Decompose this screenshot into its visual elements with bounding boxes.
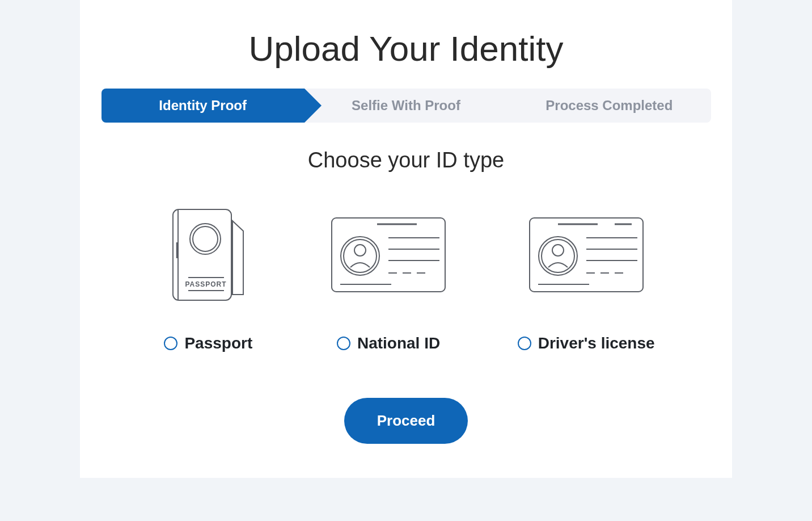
step-label: Process Completed <box>545 98 673 114</box>
option-label: Driver's license <box>538 334 655 352</box>
option-control[interactable]: Driver's license <box>518 334 655 352</box>
svg-text:PASSPORT: PASSPORT <box>185 280 227 288</box>
drivers-license-icon <box>527 201 646 309</box>
passport-icon: PASSPORT <box>157 201 259 309</box>
svg-rect-21 <box>530 218 643 292</box>
radio-icon[interactable] <box>337 337 350 350</box>
svg-rect-9 <box>332 218 445 292</box>
upload-identity-card: Upload Your Identity Identity Proof Self… <box>80 0 732 478</box>
step-selfie-with-proof[interactable]: Selfie With Proof <box>304 89 508 123</box>
step-identity-proof[interactable]: Identity Proof <box>102 89 304 123</box>
option-drivers-license[interactable]: Driver's license <box>518 201 655 352</box>
option-control[interactable]: National ID <box>337 334 440 352</box>
option-control[interactable]: Passport <box>164 334 252 352</box>
option-passport[interactable]: PASSPORT Passport <box>157 201 259 352</box>
national-id-icon <box>329 201 448 309</box>
proceed-button[interactable]: Proceed <box>344 398 468 444</box>
radio-icon[interactable] <box>164 337 177 350</box>
step-label: Selfie With Proof <box>352 98 460 114</box>
radio-icon[interactable] <box>518 337 531 350</box>
step-label: Identity Proof <box>159 98 247 114</box>
option-label: Passport <box>184 334 252 352</box>
progress-steps: Identity Proof Selfie With Proof Process… <box>102 89 711 123</box>
proceed-wrap: Proceed <box>80 398 732 444</box>
choose-id-subtitle: Choose your ID type <box>80 148 732 173</box>
page-title: Upload Your Identity <box>80 28 732 69</box>
step-process-completed[interactable]: Process Completed <box>508 89 710 123</box>
option-national-id[interactable]: National ID <box>329 201 448 352</box>
option-label: National ID <box>357 334 440 352</box>
id-type-options: PASSPORT Passport <box>122 201 690 352</box>
